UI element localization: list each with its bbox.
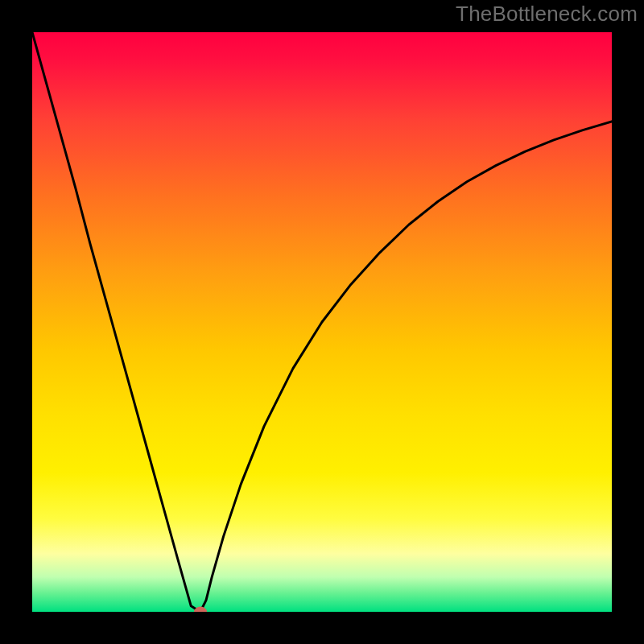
bottleneck-curve — [32, 32, 612, 612]
plot-area — [32, 32, 612, 612]
watermark-label: TheBottleneck.com — [456, 2, 638, 27]
curve-svg — [32, 32, 612, 612]
minimum-marker — [194, 607, 207, 613]
chart-container: TheBottleneck.com — [0, 0, 644, 644]
